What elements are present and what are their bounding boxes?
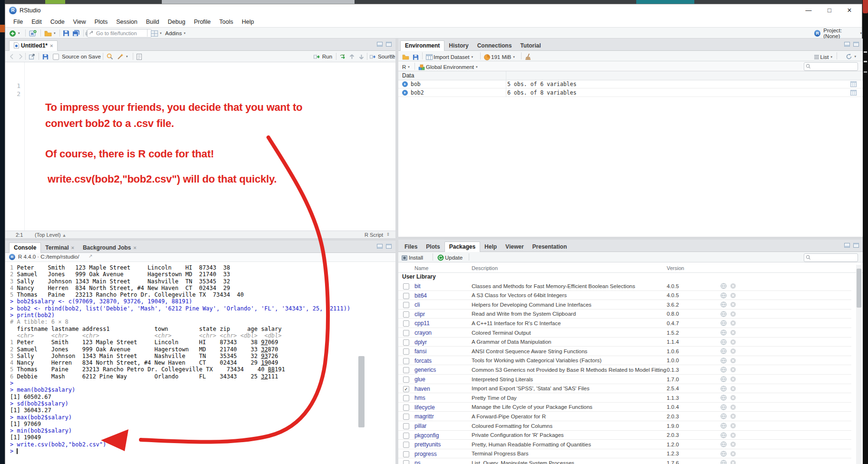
open-file-button[interactable]: ▾: [44, 29, 56, 38]
package-checkbox[interactable]: [403, 442, 409, 448]
memory-usage-indicator[interactable]: 191 MiB▾: [484, 53, 515, 61]
close-tab-icon[interactable]: ×: [50, 43, 53, 48]
run-button[interactable]: Run: [314, 52, 332, 61]
tab-help[interactable]: Help: [480, 242, 501, 252]
package-name-link[interactable]: forcats: [414, 358, 432, 364]
menu-file[interactable]: File: [9, 17, 27, 27]
remove-package-icon[interactable]: [730, 395, 736, 401]
menu-help[interactable]: Help: [237, 17, 258, 27]
minimize-pane-icon[interactable]: [844, 243, 850, 248]
editor-tab-untitled1[interactable]: Untitled1*×: [9, 40, 58, 51]
package-checkbox[interactable]: [403, 395, 409, 401]
package-checkbox[interactable]: [403, 423, 409, 429]
popout-button[interactable]: [29, 52, 35, 61]
remove-package-icon[interactable]: [730, 329, 736, 336]
package-website-icon[interactable]: [720, 339, 727, 345]
install-button[interactable]: Install: [401, 253, 423, 262]
package-name-link[interactable]: hms: [414, 395, 425, 401]
package-checkbox[interactable]: [403, 320, 409, 327]
clear-objects-button[interactable]: [525, 52, 532, 61]
package-name-link[interactable]: cli: [414, 301, 420, 308]
package-name-link[interactable]: ps: [414, 460, 421, 464]
console-cursor[interactable]: [17, 448, 18, 454]
package-website-icon[interactable]: [720, 460, 727, 464]
menu-tools[interactable]: Tools: [215, 17, 237, 27]
package-website-icon[interactable]: [720, 404, 727, 410]
global-environment-selector[interactable]: Global Environment▾: [418, 63, 478, 71]
language-selector[interactable]: R▾: [402, 63, 410, 71]
package-checkbox[interactable]: [403, 358, 409, 364]
go-previous-button[interactable]: [349, 52, 355, 61]
package-checkbox[interactable]: [403, 311, 409, 318]
column-name[interactable]: Name: [414, 265, 428, 271]
tab-files[interactable]: Files: [400, 242, 422, 252]
environment-search-input[interactable]: [804, 62, 858, 71]
tab-background-jobs[interactable]: Background Jobs×: [79, 243, 141, 253]
save-button[interactable]: [63, 29, 69, 38]
package-name-link[interactable]: lifecycle: [414, 404, 435, 411]
package-website-icon[interactable]: [720, 395, 727, 401]
menu-session[interactable]: Session: [112, 17, 141, 27]
menu-view[interactable]: View: [69, 17, 90, 27]
packages-search-input[interactable]: [804, 253, 858, 262]
remove-package-icon[interactable]: [730, 386, 736, 392]
package-website-icon[interactable]: [720, 348, 727, 354]
package-checkbox[interactable]: [403, 451, 409, 457]
remove-package-icon[interactable]: [730, 348, 736, 354]
package-checkbox[interactable]: [403, 433, 409, 439]
menu-profile[interactable]: Profile: [189, 17, 215, 27]
goto-file-input[interactable]: Go to file/function: [87, 29, 152, 38]
maximize-pane-icon[interactable]: [386, 42, 392, 47]
menu-build[interactable]: Build: [142, 17, 164, 27]
package-name-link[interactable]: pkgconfig: [414, 432, 439, 439]
new-project-button[interactable]: R: [29, 29, 37, 38]
menu-debug[interactable]: Debug: [164, 17, 190, 27]
remove-package-icon[interactable]: [730, 432, 736, 438]
remove-package-icon[interactable]: [730, 283, 736, 289]
save-all-button[interactable]: [72, 29, 80, 38]
package-name-link[interactable]: progress: [414, 451, 437, 457]
package-website-icon[interactable]: [720, 441, 727, 447]
minimize-pane-icon[interactable]: [377, 42, 383, 47]
package-website-icon[interactable]: [720, 320, 727, 326]
packages-scrollbar-thumb[interactable]: [857, 269, 861, 308]
console-output[interactable]: 1 Peter Smith 123 Maple Street Lincoln H…: [10, 264, 386, 454]
minimize-button[interactable]: —: [799, 4, 818, 17]
packages-scrollbar-track[interactable]: [856, 265, 862, 464]
console-scrollbar[interactable]: [358, 356, 365, 427]
panes-layout-button[interactable]: ▾: [151, 29, 162, 38]
list-view-menu[interactable]: List▾: [814, 53, 832, 61]
package-name-link[interactable]: fansi: [414, 348, 426, 355]
package-checkbox[interactable]: [403, 283, 409, 290]
object-name[interactable]: bob2: [411, 89, 424, 96]
package-website-icon[interactable]: [720, 423, 727, 429]
package-website-icon[interactable]: [720, 376, 727, 382]
go-next-button[interactable]: [358, 52, 365, 61]
package-name-link[interactable]: haven: [414, 386, 430, 392]
package-website-icon[interactable]: [720, 358, 727, 364]
code-tools-button[interactable]: ▾: [117, 52, 128, 61]
remove-package-icon[interactable]: [730, 376, 736, 382]
package-website-icon[interactable]: [720, 292, 727, 299]
remove-package-icon[interactable]: [730, 301, 736, 308]
expand-object-icon[interactable]: [402, 81, 408, 87]
remove-package-icon[interactable]: [730, 413, 736, 419]
addins-menu[interactable]: Addins▾: [165, 29, 186, 38]
package-website-icon[interactable]: [720, 301, 727, 308]
editor-save-button[interactable]: [42, 52, 49, 61]
maximize-button[interactable]: □: [820, 4, 839, 17]
compile-report-button[interactable]: [137, 52, 142, 61]
package-name-link[interactable]: dplyr: [414, 339, 427, 346]
package-checkbox[interactable]: [403, 405, 409, 411]
expand-object-icon[interactable]: [402, 90, 408, 96]
package-name-link[interactable]: generics: [414, 367, 436, 373]
view-table-icon[interactable]: [850, 90, 857, 96]
package-name-link[interactable]: crayon: [414, 329, 432, 336]
file-type-indicator[interactable]: R Script: [365, 232, 383, 238]
remove-package-icon[interactable]: [730, 358, 736, 364]
remove-package-icon[interactable]: [730, 460, 736, 464]
menu-edit[interactable]: Edit: [27, 17, 46, 27]
update-button[interactable]: Update: [437, 253, 463, 262]
forward-button[interactable]: [17, 52, 23, 61]
package-checkbox[interactable]: [403, 367, 409, 373]
